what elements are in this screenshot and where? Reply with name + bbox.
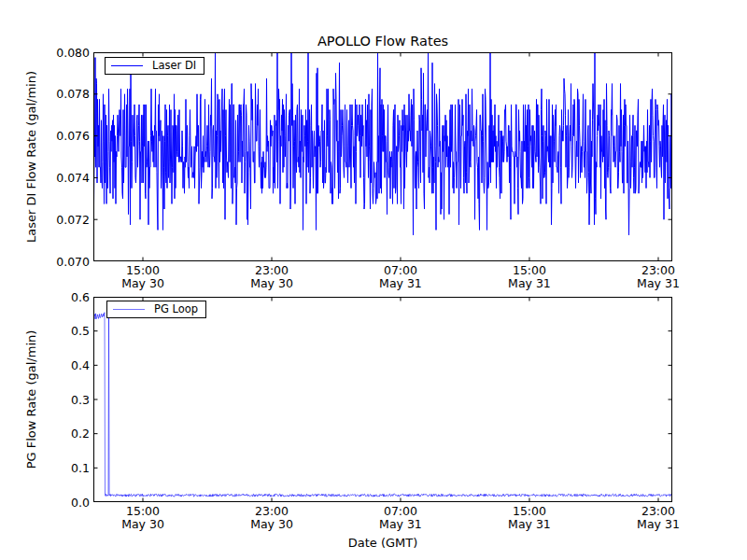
y-tick-label: 0.078 <box>28 87 90 101</box>
x-tick-label: 15:00May 31 <box>487 505 571 530</box>
x-tick-label: 23:00May 31 <box>616 264 700 289</box>
figure: APOLLO Flow Rates Laser DI Flow Rate (ga… <box>0 0 747 560</box>
axes-frame <box>94 298 672 502</box>
y-tick-label: 0.080 <box>28 46 90 60</box>
x-axis-label: Date (GMT) <box>93 536 672 550</box>
y-tick-label: 0.072 <box>28 213 90 227</box>
pg-loop-line <box>93 313 672 497</box>
x-tick-label: 07:00May 31 <box>359 505 443 530</box>
x-tick-label: 23:00May 31 <box>616 505 700 530</box>
y-tick-label: 0.074 <box>28 171 90 185</box>
legend-line-sample <box>113 309 145 310</box>
legend-line-sample <box>111 65 143 66</box>
legend-label: Laser DI <box>152 60 196 72</box>
pg-loop-plot <box>93 297 672 502</box>
legend-pg-loop: PG Loop <box>106 301 206 318</box>
y-tick-label: 0.3 <box>28 393 90 407</box>
x-tick-label: 23:00May 30 <box>230 264 314 289</box>
legend-laser-di: Laser DI <box>105 57 204 75</box>
x-tick-label: 15:00May 30 <box>101 505 185 530</box>
y-tick-label: 0.6 <box>28 290 90 304</box>
y-tick-label: 0.076 <box>28 129 90 143</box>
y-tick-label: 0.0 <box>28 496 90 510</box>
y-tick-label: 0.1 <box>28 461 90 475</box>
laser-di-plot <box>93 52 672 261</box>
x-tick-label: 07:00May 31 <box>359 264 443 289</box>
chart-title: APOLLO Flow Rates <box>93 34 672 49</box>
y-tick-label: 0.4 <box>28 358 90 372</box>
y-tick-label: 0.070 <box>28 255 90 269</box>
y-tick-label: 0.5 <box>28 324 90 338</box>
x-tick-label: 15:00May 31 <box>487 264 571 289</box>
x-tick-label: 15:00May 30 <box>101 264 185 289</box>
top-y-axis-label: Laser DI Flow Rate (gal/min) <box>24 52 39 261</box>
y-tick-label: 0.2 <box>28 427 90 441</box>
legend-label: PG Loop <box>154 303 198 315</box>
x-tick-label: 23:00May 30 <box>230 505 314 530</box>
laser-di-line <box>93 52 672 235</box>
